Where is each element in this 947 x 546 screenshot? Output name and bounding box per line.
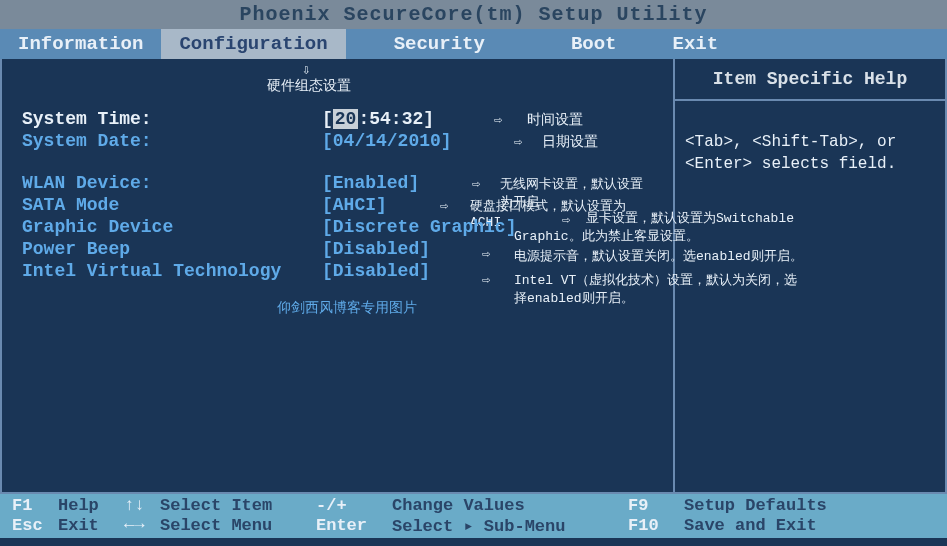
help-line-2: <Enter> selects field.	[685, 153, 935, 175]
value-graphic[interactable]: [Discrete Graphic]	[322, 217, 516, 237]
value-system-date[interactable]: [04/14/2010]	[322, 131, 452, 151]
value-system-time[interactable]: [20:54:32]	[322, 109, 434, 129]
menu-configuration[interactable]: Configuration	[161, 29, 345, 59]
arrow-icon: ⇨	[514, 133, 522, 150]
row-system-date[interactable]: System Date: [04/14/2010] ⇨ 日期设置	[22, 131, 653, 151]
label-power: Power Beep	[22, 239, 322, 259]
menu-security[interactable]: Security	[376, 29, 503, 59]
label-select-submenu: Select ▸ Sub-Menu	[392, 515, 622, 536]
label-setup-defaults: Setup Defaults	[684, 496, 827, 515]
value-sata[interactable]: [AHCI]	[322, 195, 387, 215]
bios-screen: Phoenix SecureCore(tm) Setup Utility Inf…	[0, 0, 947, 546]
menu-bar: Information Configuration Security Boot …	[0, 29, 947, 59]
label-save-exit: Save and Exit	[684, 516, 817, 535]
arrow-icon: ⇨	[562, 211, 570, 228]
menu-information[interactable]: Information	[0, 29, 161, 59]
footer-row-1: F1 Help ↑↓ Select Item -/+ Change Values…	[12, 496, 935, 515]
arrow-icon: ⇨	[482, 271, 490, 288]
row-power[interactable]: Power Beep [Disabled] ⇨ 电源提示音，默认设置关闭。选en…	[22, 239, 653, 259]
intel-annotation-2: 择enabled则开启。	[514, 289, 794, 307]
value-wlan[interactable]: [Enabled]	[322, 173, 419, 193]
row-graphic[interactable]: Graphic Device [Discrete Graphic] ⇨ 显卡设置…	[22, 217, 653, 237]
label-system-time: System Time:	[22, 109, 322, 129]
arrows-updown-icon: ↑↓	[124, 496, 154, 515]
label-select-item: Select Item	[160, 496, 310, 515]
label-select-menu: Select Menu	[160, 516, 310, 535]
row-sata[interactable]: SATA Mode [AHCI] ⇨ 硬盘接口模式，默认设置为ACHI	[22, 195, 653, 215]
time-annotation: 时间设置	[527, 111, 583, 129]
label-exit: Exit	[58, 516, 118, 535]
label-intel-vt: Intel Virtual Technology	[22, 261, 322, 281]
intel-annotation-1: Intel VT（虚拟化技术）设置，默认为关闭，选	[514, 271, 884, 289]
help-line-1: <Tab>, <Shift-Tab>, or	[685, 131, 935, 153]
help-content: <Tab>, <Shift-Tab>, or <Enter> selects f…	[675, 101, 945, 206]
menu-boot[interactable]: Boot	[553, 29, 635, 59]
label-sata: SATA Mode	[22, 195, 322, 215]
value-power[interactable]: [Disabled]	[322, 239, 430, 259]
key-enter[interactable]: Enter	[316, 516, 386, 535]
menu-exit[interactable]: Exit	[654, 29, 736, 59]
title-bar: Phoenix SecureCore(tm) Setup Utility	[0, 0, 947, 29]
arrow-icon: ⇨	[440, 197, 448, 214]
hardware-annotation: 硬件组态设置	[267, 77, 351, 95]
footer-row-2: Esc Exit ←→ Select Menu Enter Select ▸ S…	[12, 515, 935, 536]
watermark-text: 仰剑西风博客专用图片	[277, 299, 417, 317]
key-f1[interactable]: F1	[12, 496, 52, 515]
arrows-leftright-icon: ←→	[124, 516, 154, 535]
label-change-values: Change Values	[392, 496, 622, 515]
row-wlan[interactable]: WLAN Device: [Enabled] ⇨ 无线网卡设置，默认设置为开启	[22, 173, 653, 193]
label-wlan: WLAN Device:	[22, 173, 322, 193]
label-graphic: Graphic Device	[22, 217, 322, 237]
key-f9[interactable]: F9	[628, 496, 678, 515]
arrow-icon: ⇨	[482, 245, 490, 262]
row-intel-vt[interactable]: Intel Virtual Technology [Disabled] ⇨ In…	[22, 261, 653, 281]
arrow-icon: ⇨	[472, 175, 480, 192]
label-help: Help	[58, 496, 118, 515]
date-annotation: 日期设置	[542, 133, 598, 151]
main-area: ⇩ 硬件组态设置 仰剑西风博客专用图片 System Time: [20:54:…	[0, 59, 947, 494]
arrow-icon: ⇨	[494, 111, 502, 128]
value-intel-vt[interactable]: [Disabled]	[322, 261, 430, 281]
key-f10[interactable]: F10	[628, 516, 678, 535]
help-title: Item Specific Help	[675, 59, 945, 101]
down-arrow-icon: ⇩	[302, 61, 310, 78]
row-system-time[interactable]: System Time: [20:54:32] ⇨ 时间设置	[22, 109, 653, 129]
footer-bar: F1 Help ↑↓ Select Item -/+ Change Values…	[0, 494, 947, 538]
left-panel: ⇩ 硬件组态设置 仰剑西风博客专用图片 System Time: [20:54:…	[2, 59, 675, 492]
graphic-annotation-1: 显卡设置，默认设置为Switchable	[586, 209, 866, 227]
symbol-plusminus: -/+	[316, 496, 386, 515]
label-system-date: System Date:	[22, 131, 322, 151]
key-esc[interactable]: Esc	[12, 516, 52, 535]
